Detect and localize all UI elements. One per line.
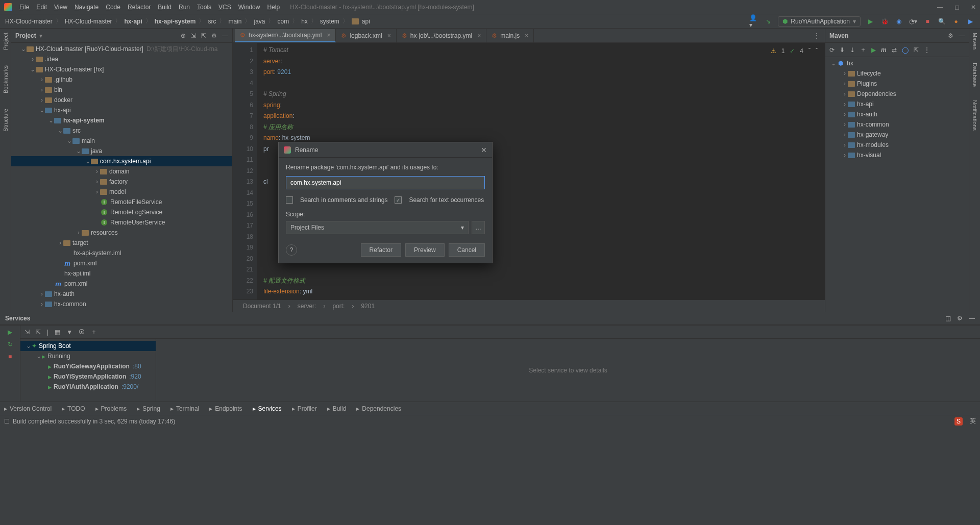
rail-maven[interactable]: Maven (972, 33, 978, 49)
tree-row[interactable]: ›resources (11, 228, 232, 238)
maven-node[interactable]: ›hx-gateway (825, 130, 969, 140)
refactor-button[interactable]: Refactor (361, 243, 401, 257)
bottom-tab-profiler[interactable]: ▸Profiler (292, 405, 317, 412)
svc-running[interactable]: ⌄Running (20, 351, 156, 361)
menu-navigate[interactable]: Navigate (75, 4, 99, 11)
tree-row[interactable]: ›domain (11, 166, 232, 177)
locate-icon[interactable]: ⊕ (181, 32, 186, 39)
crumb[interactable]: java (254, 18, 265, 25)
bottom-tab-services[interactable]: ▸Services (253, 405, 282, 412)
crumb[interactable]: api (362, 18, 370, 25)
maven-node[interactable]: ›hx-modules (825, 140, 969, 150)
project-tree[interactable]: ⌄HX-Cloud-master [RuoYi-Cloud-master]D:\… (11, 43, 232, 312)
debug-icon[interactable]: 🐞 (880, 17, 889, 26)
coverage-icon[interactable]: ◉ (894, 17, 903, 26)
bottom-tab-dependencies[interactable]: ▸Dependencies (356, 405, 401, 412)
svc-group-icon[interactable]: ⦿ (79, 329, 85, 336)
crumb[interactable]: com (277, 18, 289, 25)
preview-button[interactable]: Preview (405, 243, 445, 257)
tree-row[interactable]: hx-api-system.iml (11, 248, 232, 258)
maven-node[interactable]: ›hx-api (825, 99, 969, 109)
generate-icon[interactable]: ⬇ (840, 46, 845, 54)
services-tree[interactable]: ⌄✦Spring Boot⌄RunningRuoYiGatewayApplica… (20, 339, 156, 402)
run-configuration[interactable]: ⬢RuoYiAuthApplication▾ (778, 16, 861, 27)
editor-tab[interactable]: ⚙hx-system\...\bootstrap.yml× (235, 29, 336, 42)
bottom-tab-problems[interactable]: ▸Problems (95, 405, 127, 412)
svc-stop-icon[interactable]: ■ (8, 353, 12, 360)
run-maven-icon[interactable]: ▶ (871, 46, 876, 54)
maven-node[interactable]: ›hx-common (825, 119, 969, 130)
svc-app[interactable]: RuoYiGatewayApplication:80 (20, 361, 156, 371)
tree-row[interactable]: ⌄hx-api-system (11, 115, 232, 126)
rail-notifications[interactable]: Notifications (972, 100, 978, 131)
collapse-icon[interactable]: ⇱ (201, 32, 206, 39)
menu-build[interactable]: Build (158, 4, 172, 11)
hide-icon[interactable]: — (222, 32, 228, 39)
cancel-button[interactable]: Cancel (449, 243, 485, 257)
tree-row[interactable]: hx-api.iml (11, 268, 232, 279)
tree-row[interactable]: ›model (11, 187, 232, 197)
tree-row[interactable]: ›hx-auth (11, 289, 232, 299)
tree-row[interactable]: ⌄main (11, 136, 232, 146)
reload-icon[interactable]: ⟳ (829, 46, 835, 54)
tree-row[interactable]: ›hx-common (11, 299, 232, 309)
bottom-tab-build[interactable]: ▸Build (327, 405, 347, 412)
maven-node[interactable]: ›hx-visual (825, 150, 969, 160)
scope-more-button[interactable]: … (472, 221, 485, 234)
rail-database[interactable]: Database (972, 63, 978, 87)
menu-vcs[interactable]: VCS (218, 4, 231, 11)
user-icon[interactable]: 👤▾ (749, 17, 758, 26)
tabs-more-icon[interactable]: ⋮ (808, 32, 825, 39)
toggle-icon[interactable]: ⇄ (892, 46, 897, 54)
bottom-tab-terminal[interactable]: ▸Terminal (170, 405, 199, 412)
tree-row[interactable]: ⌄HX-Cloud-master [RuoYi-Cloud-master]D:\… (11, 44, 232, 54)
offline-icon[interactable]: ◯ (902, 46, 909, 54)
svc-add-icon[interactable]: ＋ (91, 328, 97, 336)
tree-row[interactable]: ›bin (11, 85, 232, 95)
svc-root[interactable]: ⌄✦Spring Boot (20, 341, 156, 351)
menu-run[interactable]: Run (179, 4, 190, 11)
bottom-tab-endpoints[interactable]: ▸Endpoints (209, 405, 242, 412)
editor-tab[interactable]: ⚙main.js× (486, 29, 534, 42)
bottom-tab-version-control[interactable]: ▸Version Control (4, 405, 52, 412)
help-button[interactable]: ? (286, 244, 297, 256)
more-icon[interactable]: ⋮ (924, 46, 930, 54)
menu-tools[interactable]: Tools (197, 4, 211, 11)
tree-row[interactable]: ›.github (11, 74, 232, 85)
collapse-maven-icon[interactable]: ⇱ (914, 46, 919, 54)
maximize-icon[interactable]: ◻ (954, 4, 960, 11)
menu-edit[interactable]: Edit (36, 4, 47, 11)
expand-icon[interactable]: ⇲ (191, 32, 196, 39)
maven-node[interactable]: ›Dependencies (825, 89, 969, 99)
maven-root[interactable]: ⌄⬢hx (825, 58, 969, 68)
svc-app[interactable]: RuoYiAuthApplication:9200/ (20, 382, 156, 392)
editor-tab[interactable]: ⚙logback.xml× (336, 29, 396, 42)
add-icon[interactable]: ＋ (860, 45, 866, 54)
svc-app[interactable]: RuoYiSystemApplication:920 (20, 371, 156, 382)
crumb[interactable]: system (320, 18, 339, 25)
svc-collapse-icon[interactable]: ⇱ (36, 329, 41, 336)
tree-row[interactable]: ›.idea (11, 54, 232, 64)
ime-badge[interactable]: S (954, 417, 963, 426)
maven-tree[interactable]: ⌄⬢hx›Lifecycle›Plugins›Dependencies›hx-a… (825, 57, 969, 312)
rail-bookmarks[interactable]: Bookmarks (3, 65, 9, 93)
download-icon[interactable]: ⤓ (850, 46, 855, 54)
ai-icon[interactable]: ● (951, 17, 961, 26)
tree-row[interactable]: ⌄hx-api (11, 105, 232, 115)
search-icon[interactable]: 🔍 (937, 17, 946, 26)
tree-row[interactable]: ⌄com.hx.system.api (11, 156, 232, 166)
menu-help[interactable]: Help (267, 4, 280, 11)
svc-layout-icon[interactable]: ◫ (945, 315, 951, 322)
maven-m-icon[interactable]: m (881, 46, 887, 54)
chk-comments[interactable] (286, 196, 293, 204)
profile-icon[interactable]: ◔▾ (909, 17, 918, 26)
tree-row[interactable]: ⌄java (11, 146, 232, 156)
close-icon[interactable]: ✕ (971, 4, 976, 11)
settings-icon[interactable]: ⚙ (211, 32, 217, 39)
crumb[interactable]: hx (301, 18, 308, 25)
chk-text-occurrences[interactable] (395, 196, 402, 204)
crumb[interactable]: main (228, 18, 241, 25)
tree-row[interactable]: ›factory (11, 177, 232, 187)
crumb[interactable]: HX-Cloud-master (65, 18, 112, 25)
svc-expand-icon[interactable]: ⇲ (24, 329, 30, 336)
